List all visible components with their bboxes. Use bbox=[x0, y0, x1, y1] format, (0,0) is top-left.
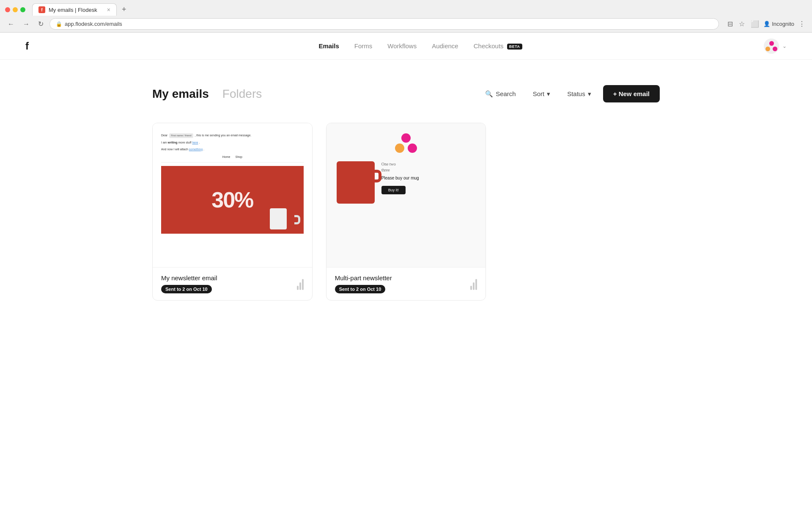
nav-audience[interactable]: Audience bbox=[432, 42, 458, 50]
close-dot[interactable] bbox=[5, 7, 10, 12]
status-chevron: ▾ bbox=[588, 90, 591, 98]
page-actions: 🔍 Search Sort ▾ Status ▾ + New email bbox=[480, 85, 660, 102]
browser-tab[interactable]: f My emails | Flodesk × bbox=[32, 3, 117, 16]
preview-para2-link: something bbox=[189, 148, 203, 151]
card-title-1: My newsletter email bbox=[161, 274, 297, 282]
page-header: My emails Folders 🔍 Search Sort ▾ Status… bbox=[152, 85, 660, 102]
nav-user-area: ⌄ bbox=[764, 39, 787, 54]
preview-para1-pre: I am bbox=[161, 141, 168, 144]
search-label: Search bbox=[496, 90, 516, 97]
card-title-area-1: My newsletter email Sent to 2 on Oct 10 bbox=[161, 274, 297, 293]
tab-close-button[interactable]: × bbox=[107, 6, 110, 13]
logo-dot-top bbox=[401, 133, 411, 143]
stats-bar-2-b bbox=[473, 282, 475, 290]
more-menu-button[interactable]: ⋮ bbox=[797, 18, 807, 30]
emails-grid: Dear First name / friend , this is me se… bbox=[152, 123, 660, 301]
browser-nav-bar: ← → ↻ 🔒 app.flodesk.com/emails ⊟ ☆ ⬜ 👤 I… bbox=[0, 16, 812, 32]
nav-forms[interactable]: Forms bbox=[354, 42, 373, 50]
browser-tab-bar: f My emails | Flodesk × + bbox=[0, 0, 812, 16]
preview-nav-home: Home bbox=[222, 155, 230, 160]
url-text: app.flodesk.com/emails bbox=[65, 21, 122, 27]
nav-links: Emails Forms Workflows Audience Checkout… bbox=[54, 42, 787, 50]
email-card-multipart[interactable]: One two three Please buy our mug Buy it!… bbox=[326, 123, 486, 301]
preview-mug-graphic bbox=[270, 200, 295, 229]
preview-para2-period: . bbox=[203, 148, 204, 151]
email-card-newsletter[interactable]: Dear First name / friend , this is me se… bbox=[152, 123, 313, 301]
top-nav: f Emails Forms Workflows Audience Checko… bbox=[0, 33, 812, 60]
page-title-area: My emails Folders bbox=[152, 87, 480, 101]
sent-badge-2: Sent to 2 on Oct 10 bbox=[335, 285, 386, 293]
handwriting-line2: three bbox=[381, 168, 390, 172]
preview-multipart-content: One two three Please buy our mug Buy it! bbox=[326, 123, 486, 267]
tab-favicon: f bbox=[38, 6, 45, 13]
extensions-button[interactable]: ⬜ bbox=[749, 18, 761, 30]
user-menu-chevron[interactable]: ⌄ bbox=[782, 43, 787, 49]
minimize-dot[interactable] bbox=[13, 7, 18, 12]
red-mug-handle bbox=[374, 170, 381, 182]
nav-checkouts[interactable]: Checkouts BETA bbox=[474, 42, 522, 50]
preview-mug-text: One two three Please buy our mug Buy it! bbox=[381, 161, 476, 194]
url-bar[interactable]: 🔒 app.flodesk.com/emails bbox=[49, 18, 719, 30]
stats-bar-2-c bbox=[475, 279, 477, 290]
beta-badge: BETA bbox=[507, 44, 522, 50]
browser-chrome: f My emails | Flodesk × + ← → ↻ 🔒 app.fl… bbox=[0, 0, 812, 33]
preview-red-image: 30% bbox=[161, 166, 304, 234]
bookmark-button[interactable]: ☆ bbox=[737, 18, 746, 30]
status-label: Status bbox=[567, 90, 585, 97]
preview-mug-content: One two three Please buy our mug Buy it! bbox=[333, 161, 479, 204]
avatar-circles bbox=[765, 41, 777, 51]
browser-nav-right: ⊟ ☆ ⬜ 👤 Incognito ⋮ bbox=[726, 18, 807, 30]
preview-buy-button[interactable]: Buy it! bbox=[381, 186, 406, 194]
sent-badge-1: Sent to 2 on Oct 10 bbox=[161, 285, 212, 293]
stats-bar-1-c bbox=[302, 279, 304, 290]
refresh-button[interactable]: ↻ bbox=[36, 18, 46, 30]
sort-chevron: ▾ bbox=[547, 90, 550, 98]
lock-icon: 🔒 bbox=[56, 21, 62, 27]
incognito-avatar: 👤 bbox=[763, 21, 770, 27]
page-title: My emails bbox=[152, 87, 209, 101]
search-button[interactable]: 🔍 Search bbox=[480, 87, 521, 101]
preview-handwriting: One two three bbox=[381, 161, 476, 173]
mug-body bbox=[270, 208, 287, 229]
maximize-dot[interactable] bbox=[20, 7, 25, 12]
forward-button[interactable]: → bbox=[20, 19, 32, 30]
status-button[interactable]: Status ▾ bbox=[562, 87, 596, 101]
email-card-footer-1: My newsletter email Sent to 2 on Oct 10 bbox=[153, 267, 312, 300]
preview-dear-text: Dear bbox=[161, 134, 167, 137]
new-email-button[interactable]: + New email bbox=[603, 85, 660, 102]
incognito-label: Incognito bbox=[772, 21, 794, 27]
nav-workflows[interactable]: Workflows bbox=[387, 42, 417, 50]
preview-red-mug bbox=[337, 161, 375, 204]
preview-para1-bold: writing bbox=[168, 141, 178, 144]
sort-button[interactable]: Sort ▾ bbox=[528, 87, 556, 101]
tab-title: My emails | Flodesk bbox=[49, 7, 97, 13]
email-preview-1: Dear First name / friend , this is me se… bbox=[153, 123, 312, 267]
preview-buy-text: Please buy our mug bbox=[381, 176, 476, 180]
stats-bar-2-a bbox=[470, 286, 472, 290]
search-icon: 🔍 bbox=[485, 90, 493, 98]
preview-percent-text: 30% bbox=[211, 183, 253, 216]
user-avatar[interactable] bbox=[764, 39, 779, 54]
app-container: f Emails Forms Workflows Audience Checko… bbox=[0, 33, 812, 507]
nav-emails[interactable]: Emails bbox=[318, 42, 339, 50]
browser-controls bbox=[5, 7, 25, 12]
preview-dear-line: Dear First name / friend , this is me se… bbox=[161, 133, 304, 138]
preview-nav-links: Home Shop bbox=[161, 155, 304, 163]
cast-icon-button[interactable]: ⊟ bbox=[726, 18, 735, 30]
preview-para1: I am writing more stuff here . bbox=[161, 141, 304, 145]
logo-dot-right bbox=[408, 144, 417, 153]
preview-para1-post: more stuff bbox=[178, 141, 192, 144]
avatar-dot-left bbox=[765, 47, 770, 51]
preview-para2: And now I will attach something . bbox=[161, 147, 304, 152]
card-stats-2 bbox=[470, 278, 477, 290]
folders-link[interactable]: Folders bbox=[222, 87, 262, 101]
new-tab-button[interactable]: + bbox=[118, 3, 130, 16]
stats-bar-1-a bbox=[297, 286, 299, 290]
incognito-button[interactable]: 👤 Incognito bbox=[763, 21, 794, 27]
back-button[interactable]: ← bbox=[5, 19, 17, 30]
mug-handle bbox=[294, 215, 300, 224]
app-logo[interactable]: f bbox=[25, 40, 29, 52]
handwriting-line1: One two bbox=[381, 162, 396, 166]
preview-para1-period: . bbox=[199, 141, 200, 144]
preview-logo bbox=[395, 133, 417, 153]
